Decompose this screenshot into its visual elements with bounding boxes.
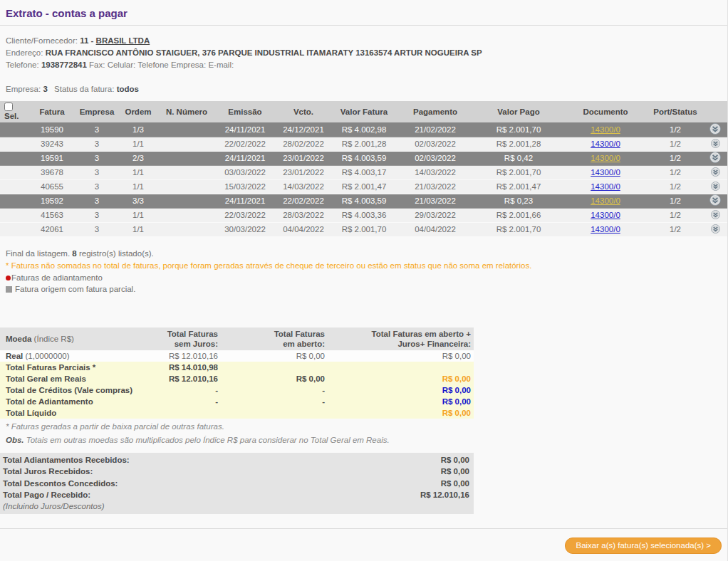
client-fornecedor-line: Cliente/Fornecedor: 11 - BRASIL LTDA: [6, 35, 722, 47]
column-valor-fatura: Valor Fatura: [332, 101, 396, 122]
column-pagamento: Pagamento: [396, 101, 474, 122]
legend-adiantamento-label: Faturas de adiantamento: [11, 273, 103, 282]
table-row: 4065531/115/03/202214/03/2022R$ 2.001,47…: [0, 179, 728, 194]
legend-parcial-label: Fatura origem com fatura parcial.: [15, 285, 135, 293]
totals-table: Moeda (Índice R$) Total Faturas sem Juro…: [0, 327, 474, 419]
endereco-label: Endereço:: [6, 48, 43, 57]
double-chevron-down-icon[interactable]: [711, 167, 720, 177]
sel-label: Sel.: [4, 112, 19, 120]
record-count: 8: [72, 249, 76, 258]
table-row: 1959233/324/11/202122/02/2022R$ 4.003,59…: [0, 194, 728, 208]
column-moeda: Moeda (Índice R$): [0, 327, 135, 350]
fornecedor-name-link[interactable]: BRASIL LTDA: [96, 36, 150, 45]
summary-row: Total Descontos Concedidos:R$ 0,00: [0, 478, 474, 490]
documento-link[interactable]: 14300/0: [591, 140, 620, 148]
table-row: 1959132/324/11/202123/01/2022R$ 4.003,59…: [0, 151, 728, 165]
double-chevron-down-icon[interactable]: [711, 182, 720, 191]
column-sel: Sel.: [0, 101, 28, 122]
column-empresa: Empresa: [76, 101, 118, 122]
summary-row: Total Adiantamentos Recebidos:R$ 0,00: [0, 454, 474, 466]
red-dot-icon: [6, 276, 11, 280]
column-n-numero: N. Número: [158, 101, 215, 122]
invoices-header-row: Sel. Fatura Empresa Ordem N. Número Emis…: [0, 101, 728, 122]
moeda-sub-label: (Índice R$): [31, 335, 73, 343]
totals-row: Total de Créditos (Vale compras)--R$ 0,0…: [0, 384, 474, 396]
empresa-value: 3: [43, 85, 47, 93]
documento-link[interactable]: 14300/0: [591, 225, 620, 234]
totals-row: Total Faturas Parciais *R$ 14.010,98: [0, 362, 474, 373]
client-telefone-line: Telefone: 1938772841 Fax: Celular: Telef…: [6, 59, 722, 71]
select-all-checkbox[interactable]: [4, 103, 13, 111]
status-label: Status da fatura:: [54, 85, 114, 93]
column-emissao: Emissão: [215, 101, 275, 122]
legend-parcial: Fatura origem com fatura parcial.: [6, 283, 722, 295]
download-selected-invoices-button[interactable]: Baixar a(s) fatura(s) selecionada(s) >: [565, 538, 722, 554]
column-valor-pago: Valor Pago: [474, 101, 563, 122]
table-row: 4206131/130/03/202204/04/2022R$ 2.001,70…: [0, 222, 728, 236]
status-value: todos: [117, 85, 139, 93]
filter-line: Empresa: 3 Status da fatura: todos: [6, 85, 722, 93]
documento-link[interactable]: 14300/0: [591, 154, 620, 162]
totals-obs: Obs. Totais em outras moedas são multipl…: [6, 434, 722, 446]
column-total-sem-juros: Total Faturas sem Juros:: [135, 327, 221, 350]
double-chevron-down-icon[interactable]: [709, 152, 721, 163]
page-title: Extrato - contas a pagar: [0, 0, 727, 25]
column-actions: [702, 101, 728, 122]
celular-label: Celular:: [108, 61, 136, 69]
note-not-summed: * Faturas não somadas no total de fatura…: [6, 260, 722, 272]
double-chevron-down-icon[interactable]: [709, 123, 721, 135]
legend-adiantamento: Faturas de adiantamento: [6, 272, 722, 283]
list-footer-text2: registro(s) listado(s).: [79, 249, 154, 258]
totals-row: Total de Adiantamento--R$ 0,00: [0, 396, 474, 407]
endereco-value: RUA FRANCISCO ANTÔNIO STAIGUER, 376 PARQ…: [46, 48, 482, 57]
totals-header-row: Moeda (Índice R$) Total Faturas sem Juro…: [0, 327, 474, 350]
column-ordem: Ordem: [118, 101, 158, 122]
double-chevron-down-icon[interactable]: [711, 139, 720, 148]
documento-link[interactable]: 14300/0: [591, 125, 620, 134]
documento-link[interactable]: 14300/0: [591, 168, 620, 177]
telefone-label: Telefone:: [6, 61, 39, 69]
moeda-label: Moeda: [6, 335, 31, 343]
client-info: Cliente/Fornecedor: 11 - BRASIL LTDA End…: [6, 35, 722, 71]
button-row: Baixar a(s) fatura(s) selecionada(s) >: [0, 529, 727, 554]
column-total-aberto-juros: Total Faturas em aberto + Juros+ Finance…: [328, 327, 474, 350]
list-footer-text: Final da listagem.: [6, 249, 70, 258]
fornecedor-label: Cliente/Fornecedor:: [6, 36, 78, 45]
telefone-empresa-label: Telefone Empresa:: [137, 61, 206, 69]
invoice-table-body: 1959031/324/11/202124/12/2021R$ 4.002,98…: [0, 122, 728, 236]
summary-sublabel: (Incluindo Juros/Descontos): [0, 501, 474, 511]
fornecedor-code: 11 -: [80, 36, 93, 45]
totals-row: Total LíquidoR$ 0,00: [0, 407, 474, 419]
invoices-table: Sel. Fatura Empresa Ordem N. Número Emis…: [0, 101, 728, 237]
totals-row: Real (1,0000000)R$ 12.010,16R$ 0,00R$ 0,…: [0, 350, 474, 362]
totals-table-body: Real (1,0000000)R$ 12.010,16R$ 0,00R$ 0,…: [0, 350, 474, 419]
totals-footnote: * Faturas geradas a partir de baixa parc…: [6, 421, 722, 432]
obs-label: Obs.: [6, 436, 24, 444]
obs-text: Totais em outras moedas são multiplicado…: [24, 436, 390, 444]
column-port-status: Port/Status: [648, 101, 702, 122]
documento-link[interactable]: 14300/0: [591, 196, 620, 205]
empresa-label: Empresa:: [6, 85, 41, 93]
client-endereco-line: Endereço: RUA FRANCISCO ANTÔNIO STAIGUER…: [6, 47, 722, 59]
column-fatura: Fatura: [28, 101, 76, 122]
column-documento: Documento: [563, 101, 648, 122]
telefone-value: 1938772841: [41, 61, 87, 69]
fax-label: Fax:: [89, 61, 105, 69]
summary-row: Total Pago / Recebido:R$ 12.010,16: [0, 489, 474, 501]
double-chevron-down-icon[interactable]: [709, 194, 721, 206]
table-row: 3924331/122/02/202228/02/2022R$ 2.001,28…: [0, 137, 728, 151]
column-vcto: Vcto.: [275, 101, 332, 122]
documento-link[interactable]: 14300/0: [591, 211, 620, 219]
table-row: 1959031/324/11/202124/12/2021R$ 4.002,98…: [0, 122, 728, 137]
email-label: E-mail:: [208, 61, 234, 69]
documento-link[interactable]: 14300/0: [591, 182, 620, 191]
totals-row: Total Geral em ReaisR$ 12.010,16R$ 0,00R…: [0, 373, 474, 384]
list-footer: Final da listagem. 8 registro(s) listado…: [6, 248, 722, 260]
summary-box: Total Adiantamentos Recebidos:R$ 0,00Tot…: [0, 453, 474, 514]
double-chevron-down-icon[interactable]: [711, 210, 720, 219]
table-row: 4156331/122/03/202228/03/2022R$ 4.003,36…: [0, 208, 728, 222]
extrato-page: Extrato - contas a pagar Cliente/Fornece…: [0, 0, 728, 561]
summary-row: Total Juros Recebidos:R$ 0,00: [0, 466, 474, 478]
double-chevron-down-icon[interactable]: [711, 224, 720, 234]
table-row: 3967831/103/03/202223/01/2022R$ 4.003,17…: [0, 165, 728, 179]
